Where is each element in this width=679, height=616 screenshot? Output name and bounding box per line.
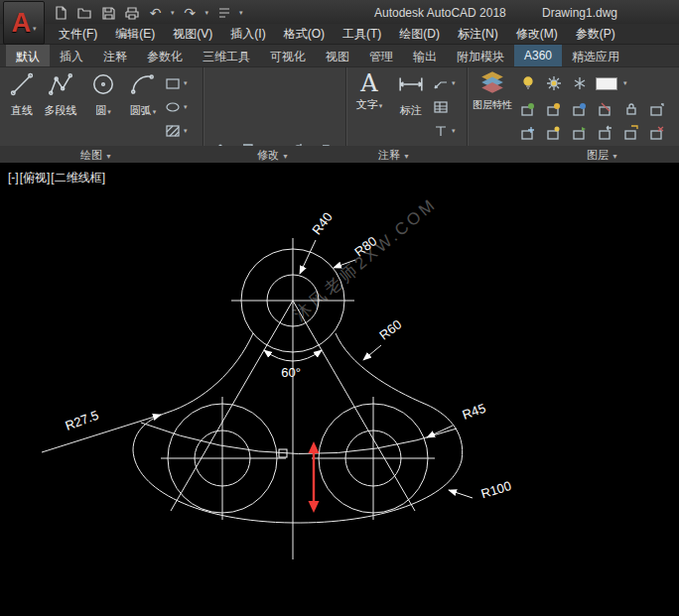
layer-match-icon[interactable] xyxy=(518,99,538,119)
layer-list-dropdown-icon[interactable]: ▾ xyxy=(623,79,627,87)
layer-properties-button[interactable]: 图层特性 xyxy=(473,69,512,111)
layer-freeze-icon[interactable] xyxy=(570,73,590,93)
layer-sun-icon[interactable] xyxy=(544,73,564,93)
menu-file[interactable]: 文件(F) xyxy=(50,24,106,45)
layers-caption-arrow-icon: ▼ xyxy=(611,153,618,160)
layer-thaw-icon[interactable] xyxy=(544,123,564,143)
open-file-icon[interactable] xyxy=(75,4,92,21)
menu-format[interactable]: 格式(O) xyxy=(275,24,334,45)
watermark-text: 沐风老师2XW.COM xyxy=(290,194,440,324)
app-title: Autodesk AutoCAD 2018 xyxy=(374,6,506,20)
r27-5-leader xyxy=(42,415,161,452)
arc-tool[interactable]: 圆弧▾ xyxy=(125,71,161,118)
ellipse-dropdown-icon[interactable]: ▾ xyxy=(184,103,188,111)
leader-tool[interactable]: ▾ xyxy=(433,75,456,91)
r40-leader xyxy=(300,240,316,274)
redo-dropdown-icon[interactable]: ▾ xyxy=(205,9,209,17)
modify-caption-arrow-icon: ▼ xyxy=(282,153,289,160)
tab-output[interactable]: 输出 xyxy=(403,45,447,66)
menu-view[interactable]: 视图(V) xyxy=(164,24,221,45)
menu-insert[interactable]: 插入(I) xyxy=(221,24,274,45)
dim-angle: 60° xyxy=(281,365,301,380)
circle-dropdown-icon[interactable]: ▾ xyxy=(107,108,111,115)
red-double-arrow[interactable] xyxy=(309,441,320,513)
ellipse-tool[interactable]: ▾ xyxy=(165,99,188,115)
text-style-tool[interactable]: ▾ xyxy=(433,123,456,139)
undo-icon[interactable]: ↶ xyxy=(147,4,164,21)
cad-drawing: 沐风老师2XW.COM xyxy=(0,163,679,616)
tab-view[interactable]: 视图 xyxy=(316,45,359,66)
quick-access-toolbar: ↶ ▾ ↷ ▾ ▾ xyxy=(52,4,243,21)
leader-dropdown-icon[interactable]: ▾ xyxy=(452,79,456,87)
workspace-icon[interactable] xyxy=(215,4,232,21)
line-tool[interactable]: 直线 xyxy=(4,71,40,118)
menu-edit[interactable]: 编辑(E) xyxy=(106,24,164,45)
annotate-panel-caption[interactable]: 注释▼ xyxy=(359,148,429,163)
layer-tools-row-2 xyxy=(518,123,667,143)
tab-a360[interactable]: A360 xyxy=(514,45,562,66)
menu-bar: 文件(F) 编辑(E) 视图(V) 插入(I) 格式(O) 工具(T) 绘图(D… xyxy=(0,24,679,45)
layer-off-icon[interactable] xyxy=(596,99,615,119)
circle-tool[interactable]: 圆▾ xyxy=(85,71,121,118)
polyline-tool[interactable]: 多段线 xyxy=(40,71,81,118)
layer-prev-icon[interactable] xyxy=(596,123,615,143)
viewport-controls: [-][俯视][二维线框] xyxy=(8,170,106,186)
layer-color-swatch[interactable] xyxy=(596,77,617,90)
layer-lock-icon[interactable] xyxy=(621,99,641,119)
layer-isolate-icon[interactable] xyxy=(544,99,564,119)
layers-panel-caption[interactable]: 图层▼ xyxy=(568,148,637,163)
tab-featured-apps[interactable]: 精选应用 xyxy=(562,45,629,66)
dim-r27-5: R27.5 xyxy=(64,408,101,433)
text-style-dropdown-icon[interactable]: ▾ xyxy=(452,127,456,135)
tab-annotate[interactable]: 注释 xyxy=(93,45,137,66)
draw-panel-caption[interactable]: 绘图▼ xyxy=(62,148,131,163)
text-dropdown-icon[interactable]: ▾ xyxy=(379,102,383,109)
viewport-controls-toggle[interactable]: [-] xyxy=(8,171,19,185)
arc-dropdown-icon[interactable]: ▾ xyxy=(153,108,157,115)
layer-delete-icon[interactable] xyxy=(647,123,667,143)
layer-walk-icon[interactable] xyxy=(647,99,667,119)
dim-r100: R100 xyxy=(479,478,513,501)
viewport-view-control[interactable]: [俯视] xyxy=(20,171,51,185)
rectangle-tool[interactable]: ▾ xyxy=(165,75,188,91)
new-file-icon[interactable] xyxy=(52,4,68,21)
qat-customize-icon[interactable]: ▾ xyxy=(239,9,243,17)
application-menu-button[interactable]: A ▾ xyxy=(3,1,45,45)
tab-parametric[interactable]: 参数化 xyxy=(137,45,193,66)
plot-icon[interactable] xyxy=(123,4,140,21)
rectangle-dropdown-icon[interactable]: ▾ xyxy=(184,79,188,87)
menu-dimension[interactable]: 标注(N) xyxy=(449,24,507,45)
dimension-tool[interactable]: 标注 xyxy=(393,71,429,118)
layer-tools-row-1 xyxy=(518,99,667,119)
hatch-dropdown-icon[interactable]: ▾ xyxy=(184,127,188,135)
hatch-tool[interactable]: ▾ xyxy=(165,123,188,139)
layer-freeze-tool-icon[interactable] xyxy=(518,123,538,143)
tab-visualize[interactable]: 可视化 xyxy=(260,45,316,66)
menu-modify[interactable]: 修改(M) xyxy=(507,24,567,45)
menu-parametric[interactable]: 参数(P) xyxy=(567,24,624,45)
tab-home[interactable]: 默认 xyxy=(6,45,50,66)
body-outline xyxy=(133,333,463,523)
undo-dropdown-icon[interactable]: ▾ xyxy=(171,9,175,17)
text-tool[interactable]: A 文字▾ xyxy=(351,71,387,112)
drawing-canvas[interactable]: 沐风老师2XW.COM xyxy=(0,163,679,616)
menu-draw[interactable]: 绘图(D) xyxy=(390,24,449,45)
r60-leader xyxy=(363,345,381,360)
tab-manage[interactable]: 管理 xyxy=(359,45,403,66)
ribbon-caption-strip: 绘图▼ 修改▼ 注释▼ 图层▼ xyxy=(0,146,679,164)
viewport-visual-style-control[interactable]: [二维线框] xyxy=(51,171,105,185)
redo-icon[interactable]: ↷ xyxy=(182,4,199,21)
layer-on-bulb-icon[interactable] xyxy=(518,73,538,93)
modify-panel-caption[interactable]: 修改▼ xyxy=(238,148,308,163)
save-icon[interactable] xyxy=(99,4,116,21)
tab-3d-tools[interactable]: 三维工具 xyxy=(193,45,260,66)
table-tool[interactable] xyxy=(433,99,449,115)
tab-add-ins[interactable]: 附加模块 xyxy=(447,45,514,66)
layer-merge-icon[interactable] xyxy=(621,123,641,143)
app-menu-caret-icon: ▾ xyxy=(33,25,37,33)
construction-arc xyxy=(141,423,457,454)
layer-unisolate-icon[interactable] xyxy=(570,99,590,119)
tab-insert[interactable]: 插入 xyxy=(50,45,93,66)
menu-tools[interactable]: 工具(T) xyxy=(334,24,390,45)
layer-current-icon[interactable] xyxy=(570,123,590,143)
